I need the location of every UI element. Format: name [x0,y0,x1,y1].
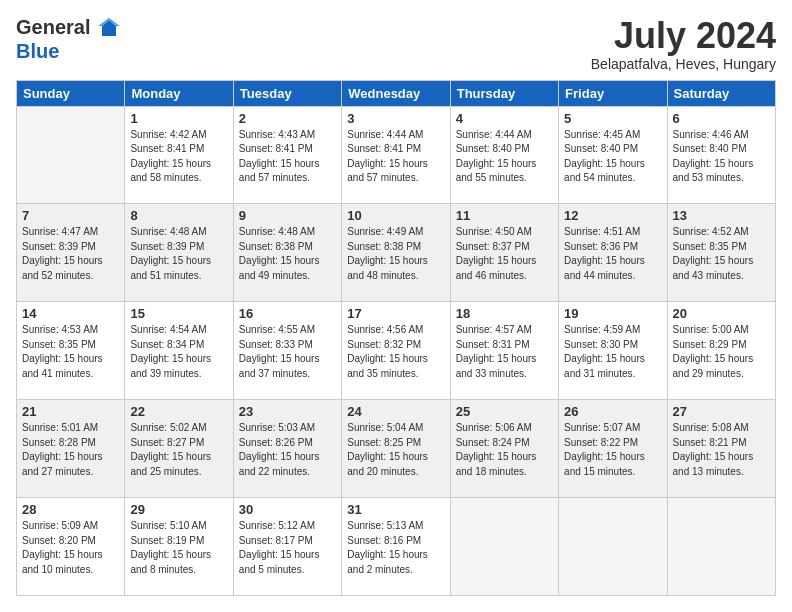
day-number: 22 [130,404,227,419]
day-info: Sunrise: 4:48 AMSunset: 8:38 PMDaylight:… [239,225,336,283]
calendar-cell: 25Sunrise: 5:06 AMSunset: 8:24 PMDayligh… [450,400,558,498]
day-info: Sunrise: 4:44 AMSunset: 8:40 PMDaylight:… [456,128,553,186]
day-info: Sunrise: 5:08 AMSunset: 8:21 PMDaylight:… [673,421,770,479]
day-number: 13 [673,208,770,223]
logo: General Blue [16,16,120,62]
page: General Blue July 2024 Belapatfalva, Hev… [0,0,792,612]
month-title: July 2024 [591,16,776,56]
logo-general: General [16,16,120,40]
day-info: Sunrise: 5:01 AMSunset: 8:28 PMDaylight:… [22,421,119,479]
calendar-cell: 12Sunrise: 4:51 AMSunset: 8:36 PMDayligh… [559,204,667,302]
day-number: 26 [564,404,661,419]
calendar-cell [559,498,667,596]
day-number: 16 [239,306,336,321]
logo-blue: Blue [16,40,120,62]
day-number: 12 [564,208,661,223]
calendar-cell: 21Sunrise: 5:01 AMSunset: 8:28 PMDayligh… [17,400,125,498]
calendar-cell: 1Sunrise: 4:42 AMSunset: 8:41 PMDaylight… [125,106,233,204]
day-number: 27 [673,404,770,419]
calendar-cell: 10Sunrise: 4:49 AMSunset: 8:38 PMDayligh… [342,204,450,302]
day-number: 1 [130,111,227,126]
day-number: 29 [130,502,227,517]
calendar-cell: 27Sunrise: 5:08 AMSunset: 8:21 PMDayligh… [667,400,775,498]
day-info: Sunrise: 5:12 AMSunset: 8:17 PMDaylight:… [239,519,336,577]
calendar-week-2: 7Sunrise: 4:47 AMSunset: 8:39 PMDaylight… [17,204,776,302]
calendar-cell [450,498,558,596]
day-info: Sunrise: 4:42 AMSunset: 8:41 PMDaylight:… [130,128,227,186]
day-number: 6 [673,111,770,126]
calendar-cell: 15Sunrise: 4:54 AMSunset: 8:34 PMDayligh… [125,302,233,400]
calendar-cell: 8Sunrise: 4:48 AMSunset: 8:39 PMDaylight… [125,204,233,302]
calendar-week-1: 1Sunrise: 4:42 AMSunset: 8:41 PMDaylight… [17,106,776,204]
calendar-cell: 19Sunrise: 4:59 AMSunset: 8:30 PMDayligh… [559,302,667,400]
day-number: 21 [22,404,119,419]
day-info: Sunrise: 5:02 AMSunset: 8:27 PMDaylight:… [130,421,227,479]
calendar-cell: 24Sunrise: 5:04 AMSunset: 8:25 PMDayligh… [342,400,450,498]
calendar-cell: 9Sunrise: 4:48 AMSunset: 8:38 PMDaylight… [233,204,341,302]
day-info: Sunrise: 4:59 AMSunset: 8:30 PMDaylight:… [564,323,661,381]
calendar-cell: 6Sunrise: 4:46 AMSunset: 8:40 PMDaylight… [667,106,775,204]
day-number: 18 [456,306,553,321]
day-info: Sunrise: 5:10 AMSunset: 8:19 PMDaylight:… [130,519,227,577]
day-info: Sunrise: 4:51 AMSunset: 8:36 PMDaylight:… [564,225,661,283]
calendar-cell: 20Sunrise: 5:00 AMSunset: 8:29 PMDayligh… [667,302,775,400]
day-info: Sunrise: 4:53 AMSunset: 8:35 PMDaylight:… [22,323,119,381]
header-sunday: Sunday [17,80,125,106]
day-number: 25 [456,404,553,419]
day-info: Sunrise: 4:45 AMSunset: 8:40 PMDaylight:… [564,128,661,186]
day-info: Sunrise: 5:00 AMSunset: 8:29 PMDaylight:… [673,323,770,381]
day-info: Sunrise: 5:06 AMSunset: 8:24 PMDaylight:… [456,421,553,479]
day-info: Sunrise: 4:57 AMSunset: 8:31 PMDaylight:… [456,323,553,381]
location: Belapatfalva, Heves, Hungary [591,56,776,72]
calendar-cell: 26Sunrise: 5:07 AMSunset: 8:22 PMDayligh… [559,400,667,498]
day-info: Sunrise: 5:04 AMSunset: 8:25 PMDaylight:… [347,421,444,479]
day-info: Sunrise: 4:43 AMSunset: 8:41 PMDaylight:… [239,128,336,186]
calendar-cell: 2Sunrise: 4:43 AMSunset: 8:41 PMDaylight… [233,106,341,204]
day-number: 20 [673,306,770,321]
day-number: 14 [22,306,119,321]
header-wednesday: Wednesday [342,80,450,106]
day-info: Sunrise: 4:55 AMSunset: 8:33 PMDaylight:… [239,323,336,381]
day-number: 31 [347,502,444,517]
calendar-cell: 3Sunrise: 4:44 AMSunset: 8:41 PMDaylight… [342,106,450,204]
day-info: Sunrise: 4:56 AMSunset: 8:32 PMDaylight:… [347,323,444,381]
day-number: 28 [22,502,119,517]
day-info: Sunrise: 4:48 AMSunset: 8:39 PMDaylight:… [130,225,227,283]
day-number: 23 [239,404,336,419]
day-info: Sunrise: 4:49 AMSunset: 8:38 PMDaylight:… [347,225,444,283]
header-monday: Monday [125,80,233,106]
day-info: Sunrise: 4:50 AMSunset: 8:37 PMDaylight:… [456,225,553,283]
calendar-cell [667,498,775,596]
calendar-cell: 22Sunrise: 5:02 AMSunset: 8:27 PMDayligh… [125,400,233,498]
day-info: Sunrise: 4:44 AMSunset: 8:41 PMDaylight:… [347,128,444,186]
calendar-cell: 28Sunrise: 5:09 AMSunset: 8:20 PMDayligh… [17,498,125,596]
logo-icon [98,18,120,40]
header: General Blue July 2024 Belapatfalva, Hev… [16,16,776,72]
calendar-cell [17,106,125,204]
calendar-cell: 11Sunrise: 4:50 AMSunset: 8:37 PMDayligh… [450,204,558,302]
day-number: 11 [456,208,553,223]
calendar-cell: 5Sunrise: 4:45 AMSunset: 8:40 PMDaylight… [559,106,667,204]
calendar-cell: 18Sunrise: 4:57 AMSunset: 8:31 PMDayligh… [450,302,558,400]
calendar-cell: 4Sunrise: 4:44 AMSunset: 8:40 PMDaylight… [450,106,558,204]
header-tuesday: Tuesday [233,80,341,106]
calendar-cell: 16Sunrise: 4:55 AMSunset: 8:33 PMDayligh… [233,302,341,400]
day-number: 19 [564,306,661,321]
day-number: 4 [456,111,553,126]
header-row: Sunday Monday Tuesday Wednesday Thursday… [17,80,776,106]
calendar-cell: 14Sunrise: 4:53 AMSunset: 8:35 PMDayligh… [17,302,125,400]
day-info: Sunrise: 4:47 AMSunset: 8:39 PMDaylight:… [22,225,119,283]
day-info: Sunrise: 4:52 AMSunset: 8:35 PMDaylight:… [673,225,770,283]
day-info: Sunrise: 5:07 AMSunset: 8:22 PMDaylight:… [564,421,661,479]
calendar-cell: 29Sunrise: 5:10 AMSunset: 8:19 PMDayligh… [125,498,233,596]
calendar-cell: 7Sunrise: 4:47 AMSunset: 8:39 PMDaylight… [17,204,125,302]
day-info: Sunrise: 4:54 AMSunset: 8:34 PMDaylight:… [130,323,227,381]
calendar-week-5: 28Sunrise: 5:09 AMSunset: 8:20 PMDayligh… [17,498,776,596]
calendar-cell: 17Sunrise: 4:56 AMSunset: 8:32 PMDayligh… [342,302,450,400]
header-friday: Friday [559,80,667,106]
calendar-week-4: 21Sunrise: 5:01 AMSunset: 8:28 PMDayligh… [17,400,776,498]
calendar-cell: 31Sunrise: 5:13 AMSunset: 8:16 PMDayligh… [342,498,450,596]
day-number: 3 [347,111,444,126]
day-info: Sunrise: 5:13 AMSunset: 8:16 PMDaylight:… [347,519,444,577]
header-thursday: Thursday [450,80,558,106]
